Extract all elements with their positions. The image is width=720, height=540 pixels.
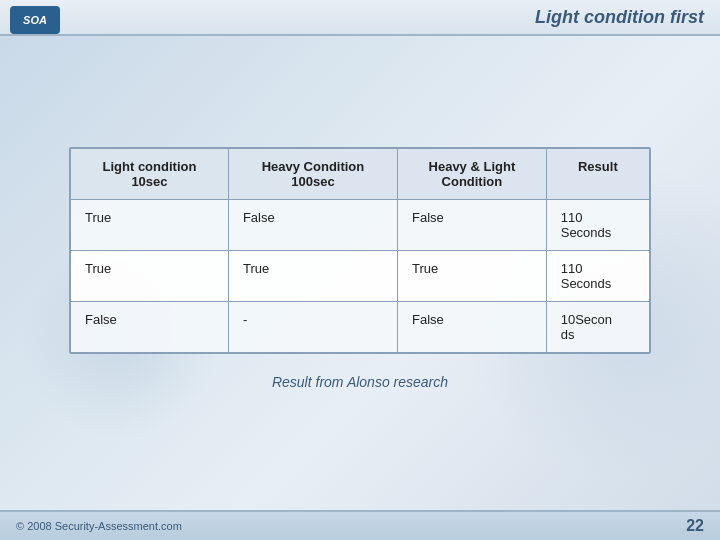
footer: © 2008 Security-Assessment.com 22: [0, 510, 720, 540]
cell-heavy-3: -: [228, 301, 397, 352]
logo-text: SOA: [23, 14, 47, 26]
col-heavy-light-condition: Heavy & LightCondition: [398, 148, 547, 199]
result-note: Result from Alonso research: [272, 374, 448, 390]
table-row: True False False 110Seconds: [71, 199, 650, 250]
logo: SOA: [10, 6, 60, 34]
header: Light condition first: [0, 0, 720, 36]
footer-copyright: © 2008 Security-Assessment.com: [16, 520, 182, 532]
col-light-condition: Light condition10sec: [71, 148, 229, 199]
cell-light-3: False: [71, 301, 229, 352]
cell-light-1: True: [71, 199, 229, 250]
table-row: False - False 10Seconds: [71, 301, 650, 352]
results-table: Light condition10sec Heavy Condition100s…: [70, 148, 650, 353]
main-content: Light condition10sec Heavy Condition100s…: [0, 36, 720, 540]
page-number: 22: [686, 517, 704, 535]
cell-result-1: 110Seconds: [546, 199, 649, 250]
cell-result-2: 110Seconds: [546, 250, 649, 301]
col-result: Result: [546, 148, 649, 199]
slide-title: Light condition first: [535, 7, 704, 28]
cell-light-2: True: [71, 250, 229, 301]
cell-result-3: 10Seconds: [546, 301, 649, 352]
data-table-wrapper: Light condition10sec Heavy Condition100s…: [69, 147, 651, 354]
table-header-row: Light condition10sec Heavy Condition100s…: [71, 148, 650, 199]
cell-heavylight-3: False: [398, 301, 547, 352]
table-row: True True True 110Seconds: [71, 250, 650, 301]
col-heavy-condition: Heavy Condition100sec: [228, 148, 397, 199]
cell-heavy-2: True: [228, 250, 397, 301]
cell-heavylight-2: True: [398, 250, 547, 301]
slide: SOA Light condition first Light conditio…: [0, 0, 720, 540]
cell-heavy-1: False: [228, 199, 397, 250]
cell-heavylight-1: False: [398, 199, 547, 250]
